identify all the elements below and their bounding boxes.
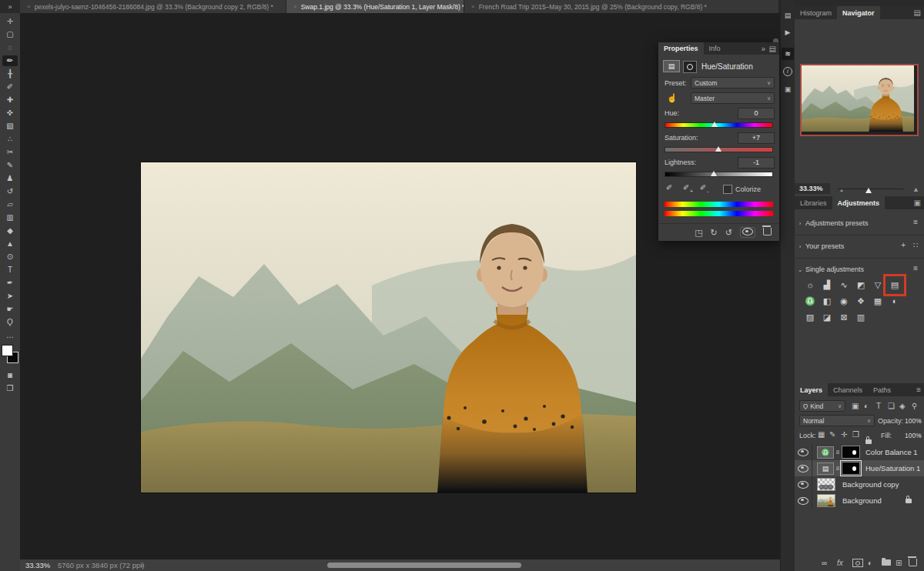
vibrance-adjustment-icon[interactable]: ▽ bbox=[872, 279, 884, 291]
close-icon[interactable]: × bbox=[293, 3, 297, 10]
blend-mode-dropdown[interactable]: Normal ∨ bbox=[799, 415, 875, 426]
panel-collapse-chevrons[interactable]: » bbox=[761, 45, 765, 53]
tab-libraries[interactable]: Libraries bbox=[795, 196, 832, 209]
document-image[interactable] bbox=[141, 162, 636, 493]
tab-adjustments[interactable]: Adjustments bbox=[832, 196, 886, 209]
pen-tool[interactable]: ✒ bbox=[2, 278, 18, 289]
filter-pixel-icon[interactable]: ▣ bbox=[852, 402, 859, 410]
quick-selection-tool[interactable]: ✏ bbox=[2, 55, 18, 66]
add-layer-mask-button[interactable] bbox=[852, 559, 863, 569]
panel-menu-icon[interactable]: ▤ bbox=[914, 8, 921, 17]
eyedropper-subtract-icon[interactable]: ✐ bbox=[700, 183, 706, 192]
new-group-button[interactable] bbox=[882, 559, 891, 569]
layer-style-button[interactable]: fx bbox=[837, 559, 843, 569]
color-balance-adjustment-icon[interactable]: ♎ bbox=[804, 295, 816, 307]
blur-tool[interactable]: ◆ bbox=[2, 225, 18, 236]
invert-adjustment-icon[interactable]: ◐ bbox=[889, 295, 901, 307]
info-panel-icon[interactable]: i bbox=[782, 65, 794, 77]
eyedropper-add-icon[interactable]: ✐ bbox=[683, 183, 689, 192]
presets-menu-icon[interactable]: ≡ bbox=[913, 218, 918, 226]
history-brush-tool[interactable]: ↺ bbox=[2, 186, 18, 197]
targeted-adjustment-icon[interactable]: ☝ bbox=[667, 93, 678, 103]
actions-panel-icon[interactable]: ▶ bbox=[782, 26, 794, 38]
chevron-down-icon[interactable]: ∨ bbox=[918, 432, 922, 439]
preset-dropdown[interactable]: Custom ∨ bbox=[691, 77, 775, 88]
history-panel-icon[interactable]: ▤ bbox=[782, 9, 794, 22]
layer-mask-thumbnail-selected[interactable] bbox=[842, 462, 860, 475]
mask-link-icon[interactable]: 8 bbox=[834, 465, 842, 472]
tab-properties[interactable]: Properties bbox=[658, 42, 704, 55]
hue-slider[interactable] bbox=[665, 122, 773, 128]
status-zoom-level[interactable]: 33.33% bbox=[25, 561, 50, 569]
layer-mask-thumbnail[interactable] bbox=[842, 446, 860, 459]
brush-tool[interactable]: ✎ bbox=[2, 160, 18, 171]
filter-smart-object-icon[interactable]: ◈ bbox=[899, 402, 906, 410]
hue-value-field[interactable]: 0 bbox=[738, 108, 775, 119]
panel-menu-icon[interactable]: ▣ bbox=[914, 199, 921, 207]
foreground-color-swatch[interactable] bbox=[2, 345, 13, 356]
move-tool[interactable]: ✛ bbox=[2, 16, 18, 27]
filter-shape-icon[interactable]: ❏ bbox=[888, 402, 895, 410]
toggle-visibility-button[interactable] bbox=[740, 227, 755, 238]
dodge-tool[interactable]: ⊙ bbox=[2, 252, 18, 262]
lasso-tool[interactable]: ◌ bbox=[2, 42, 18, 53]
eyedropper-tool[interactable]: ✐ bbox=[2, 82, 18, 92]
layer-name[interactable]: Background copy bbox=[842, 480, 899, 489]
panel-menu-icon[interactable]: ▤ bbox=[769, 45, 776, 53]
reset-adjustment-button[interactable]: ↺ bbox=[725, 228, 732, 238]
new-layer-button[interactable]: ⊞ bbox=[896, 559, 902, 569]
lock-position-icon[interactable]: ✛ bbox=[841, 430, 847, 439]
close-icon[interactable]: × bbox=[27, 3, 31, 10]
clip-to-layer-button[interactable]: ◳ bbox=[695, 228, 702, 238]
exposure-adjustment-icon[interactable]: ◩ bbox=[855, 279, 867, 291]
navigator-proxy-view[interactable] bbox=[800, 64, 919, 136]
layer-name[interactable]: Background bbox=[842, 496, 882, 505]
tab-info[interactable]: Info bbox=[704, 42, 726, 55]
layer-row-color-balance[interactable]: ♎ 8 Color Balance 1 bbox=[795, 444, 924, 460]
channel-mixer-adjustment-icon[interactable]: ❖ bbox=[855, 295, 867, 307]
rectangular-marquee-tool[interactable]: ▢ bbox=[2, 29, 18, 40]
black-white-adjustment-icon[interactable]: ◧ bbox=[821, 295, 833, 307]
document-tab-2[interactable]: × Swap.1.jpg @ 33.3% (Hue/Saturation 1, … bbox=[286, 0, 464, 13]
hand-tool[interactable]: ☛ bbox=[2, 304, 18, 315]
tab-navigator[interactable]: Navigator bbox=[837, 6, 880, 19]
close-icon[interactable]: × bbox=[471, 3, 475, 10]
single-adjustments-menu-icon[interactable]: ≡ bbox=[913, 264, 918, 272]
layer-row-background-copy[interactable]: Background copy bbox=[795, 476, 924, 493]
path-selection-tool[interactable]: ➤ bbox=[2, 291, 18, 302]
threshold-adjustment-icon[interactable]: ◪ bbox=[821, 311, 833, 323]
view-previous-state-button[interactable]: ↻ bbox=[711, 228, 718, 238]
mask-link-icon[interactable]: 8 bbox=[834, 449, 842, 456]
type-tool[interactable]: T bbox=[2, 265, 18, 275]
layer-thumbnail-image[interactable] bbox=[817, 494, 835, 507]
navigator-slider-thumb[interactable] bbox=[865, 188, 872, 193]
document-tab-1[interactable]: × pexels-julyo-saenz-1046456-2186084.jpg… bbox=[20, 0, 286, 13]
selective-color-adjustment-icon[interactable]: ▥ bbox=[855, 311, 867, 323]
status-chevron-icon[interactable]: › bbox=[141, 561, 143, 569]
new-adjustment-layer-button[interactable]: ◐ bbox=[868, 559, 872, 569]
layer-filter-dropdown[interactable]: Ϙ Kind ∨ bbox=[799, 400, 845, 412]
filter-adjustment-icon[interactable]: ◐ bbox=[864, 402, 869, 410]
healing-brush-tool[interactable]: ✜ bbox=[2, 108, 18, 119]
delete-layer-button[interactable] bbox=[909, 559, 917, 569]
tab-channels[interactable]: Channels bbox=[828, 383, 868, 396]
clone-stamp-tool[interactable]: ♟ bbox=[2, 173, 18, 184]
brightness-contrast-adjustment-icon[interactable]: ☼ bbox=[804, 279, 816, 291]
canvas-horizontal-scrollbar[interactable] bbox=[327, 563, 521, 568]
spot-healing-brush-tool[interactable]: ✚ bbox=[2, 95, 18, 105]
layer-name[interactable]: Color Balance 1 bbox=[865, 448, 918, 456]
crop-tool[interactable]: ╂ bbox=[2, 68, 18, 79]
tab-histogram[interactable]: Histogram bbox=[795, 6, 837, 19]
posterize-adjustment-icon[interactable]: ▨ bbox=[804, 311, 816, 323]
edit-toolbar-button[interactable]: … bbox=[2, 330, 18, 341]
lock-paint-icon[interactable]: ✎ bbox=[829, 430, 835, 439]
navigator-zoom-field[interactable]: 33.33% bbox=[795, 183, 830, 194]
filter-pin-icon[interactable]: ⚲ bbox=[912, 402, 917, 410]
saturation-value-field[interactable]: +7 bbox=[738, 132, 775, 144]
saturation-slider-thumb[interactable] bbox=[715, 146, 721, 152]
layer-name[interactable]: Hue/Saturation 1 bbox=[865, 464, 920, 472]
eyedropper-sample-icon[interactable]: ✐ bbox=[666, 183, 672, 192]
color-lookup-adjustment-icon[interactable]: ▦ bbox=[872, 295, 884, 307]
filter-type-icon[interactable]: T bbox=[876, 402, 881, 410]
levels-adjustment-icon[interactable]: ▟ bbox=[821, 279, 833, 291]
